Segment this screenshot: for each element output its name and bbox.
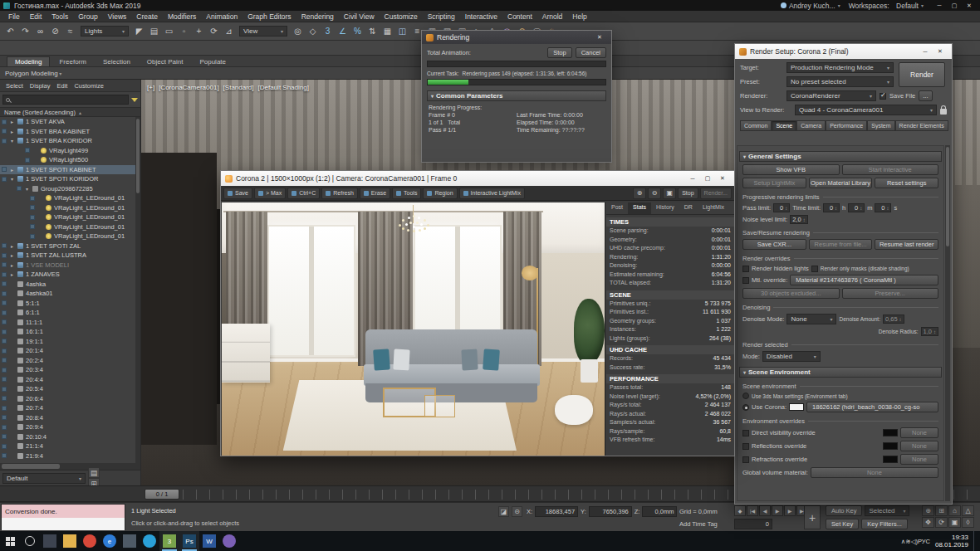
menu-item[interactable]: File xyxy=(3,12,25,21)
viewport-lock-icon[interactable] xyxy=(940,109,947,115)
pass-limit-spinner[interactable]: 0 xyxy=(773,203,790,212)
row-display-icon[interactable] xyxy=(2,310,7,315)
render-setup-tab[interactable]: Performance xyxy=(826,120,867,131)
current-frame-field[interactable]: 0 xyxy=(734,519,772,529)
menu-item[interactable]: Help xyxy=(567,12,591,21)
explorer-menu-item[interactable]: Customize xyxy=(71,82,105,90)
taskbar-clock[interactable]: 19:33 08.01.2019 xyxy=(935,534,968,549)
y-coordinate-field[interactable]: 7650,396 xyxy=(589,506,632,517)
render-button[interactable]: Render xyxy=(899,62,945,87)
row-display-icon[interactable] xyxy=(30,196,35,201)
explorer-item[interactable]: ▸ 1 SVET SPOTI KABINET xyxy=(0,165,135,175)
menu-item[interactable]: Graph Editors xyxy=(243,12,296,21)
save-button[interactable]: Save xyxy=(223,188,252,199)
start-interactive-button[interactable]: Start interactive xyxy=(842,164,939,175)
row-display-icon[interactable] xyxy=(2,406,7,411)
redo-icon[interactable]: ↷ xyxy=(18,24,32,38)
ribbon-tab[interactable]: Populate xyxy=(192,57,233,66)
menu-item[interactable]: Arnold xyxy=(537,12,568,21)
expand-arrow-icon[interactable]: ▸ xyxy=(9,271,15,277)
undo-icon[interactable]: ↶ xyxy=(3,24,17,38)
set-keys-button[interactable]: + xyxy=(804,505,821,529)
direct-visibility-checkbox[interactable] xyxy=(742,430,749,436)
explorer-item[interactable]: 20:6:4 xyxy=(0,394,135,404)
selection-set-dropdown[interactable]: Default xyxy=(2,473,86,484)
preserve-button[interactable]: Preserve... xyxy=(842,288,939,299)
selection-set-key-dropdown[interactable]: Selected xyxy=(865,505,909,516)
explorer-item[interactable]: 20:2:4 xyxy=(0,356,135,366)
ribbon-tab[interactable]: Freeform xyxy=(51,57,93,66)
row-display-icon[interactable] xyxy=(30,215,35,220)
volume-icon[interactable]: ◁) xyxy=(911,538,918,545)
close-button[interactable]: ✕ xyxy=(962,1,977,11)
play-icon[interactable]: ▶ xyxy=(772,505,783,516)
region-button[interactable]: Region xyxy=(423,188,457,199)
environment-color-swatch[interactable] xyxy=(789,403,804,411)
only-masks-checkbox[interactable] xyxy=(811,266,818,272)
row-display-icon[interactable] xyxy=(2,281,7,286)
previous-frame-icon[interactable]: ◀ xyxy=(759,505,771,516)
explorer-item[interactable]: ▸ 1 SVET AKVA xyxy=(0,117,135,127)
explorer-item[interactable]: ▾ 1 SVET SPOTI KORIDOR xyxy=(0,174,135,184)
maximize-button[interactable]: ▢ xyxy=(947,1,962,11)
explorer-item[interactable]: VRayLight499 xyxy=(0,146,135,156)
expand-arrow-icon[interactable]: ▸ xyxy=(9,262,15,268)
refractions-swatch[interactable] xyxy=(883,456,898,463)
row-display-icon[interactable] xyxy=(2,139,7,144)
excluded-objects-button[interactable]: 30 objects excluded... xyxy=(742,288,840,299)
explorer-vertical-scrollbar[interactable] xyxy=(135,117,140,463)
row-display-icon[interactable] xyxy=(2,167,7,172)
named-selection-sets-icon[interactable]: ▦ xyxy=(380,24,394,38)
maximize-button[interactable]: ▢ xyxy=(700,173,715,183)
explorer-item[interactable]: 20:5:4 xyxy=(0,384,135,394)
menu-item[interactable]: Create xyxy=(131,12,163,21)
row-display-icon[interactable] xyxy=(25,148,30,153)
row-display-icon[interactable] xyxy=(2,129,7,134)
zoom-extents-icon[interactable]: ⌂ xyxy=(948,505,961,516)
menu-item[interactable]: Tools xyxy=(47,12,73,21)
menu-item[interactable]: Civil View xyxy=(339,12,380,21)
word-icon[interactable]: W xyxy=(199,531,219,551)
explorer-item[interactable]: VRayLight_LEDround_01 xyxy=(0,232,135,241)
expand-arrow-icon[interactable]: ▸ xyxy=(9,119,15,124)
setup-lightmix-button[interactable]: Setup LightMix xyxy=(742,178,806,188)
language-indicator[interactable]: РУС xyxy=(918,538,930,545)
close-button[interactable]: ✕ xyxy=(933,46,948,56)
vfb-tab[interactable]: Stats xyxy=(628,202,651,214)
start-render-button[interactable]: Render... xyxy=(700,188,732,199)
menu-item[interactable]: Interactive xyxy=(460,12,502,21)
explorer-item[interactable]: ▸ 1 ZANAVES xyxy=(0,270,135,280)
hidden-lights-checkbox[interactable] xyxy=(742,266,749,272)
3dsmax-taskbar-icon[interactable]: 3 xyxy=(159,531,179,551)
show-vfb-button[interactable]: Show VFB xyxy=(742,164,840,175)
telegram-icon[interactable] xyxy=(140,531,159,551)
messenger-icon[interactable] xyxy=(219,531,239,551)
explorer-item[interactable]: 4ashka01 xyxy=(0,289,135,299)
row-display-icon[interactable] xyxy=(2,339,7,344)
select-and-rotate-icon[interactable]: ⟳ xyxy=(207,24,221,38)
mtl-override-button[interactable]: Material #2147463876 ( CoronaMtl ) xyxy=(790,275,938,285)
row-display-icon[interactable] xyxy=(2,396,7,401)
use-max-settings-radio[interactable] xyxy=(742,393,749,399)
explorer-display-toggle-icon[interactable]: ▤ xyxy=(88,467,100,478)
stop-render-button[interactable]: Stop xyxy=(678,188,698,199)
search-button[interactable] xyxy=(20,531,40,551)
polygon-modeling-panel[interactable]: Polygon Modeling xyxy=(5,70,61,77)
x-coordinate-field[interactable]: 18683,457 xyxy=(535,506,578,517)
resume-last-render-button[interactable]: Resume last render xyxy=(875,239,938,250)
render-setup-tab[interactable]: Render Elements xyxy=(895,120,948,131)
reflections-swatch[interactable] xyxy=(883,442,898,450)
minimize-button[interactable]: ─ xyxy=(685,173,700,183)
pan-icon[interactable]: ✥ xyxy=(922,517,934,528)
selection-region-icon[interactable]: ▭ xyxy=(162,24,176,38)
explorer-item[interactable]: 20:3:4 xyxy=(0,365,135,375)
time-hours-spinner[interactable]: 0 xyxy=(823,203,840,212)
mail-icon[interactable] xyxy=(120,531,140,551)
next-frame-icon[interactable]: ▶ xyxy=(784,505,796,516)
menu-item[interactable]: Rendering xyxy=(296,12,339,21)
field-of-view-icon[interactable]: △ xyxy=(962,505,974,516)
row-display-icon[interactable] xyxy=(2,377,7,382)
mtl-override-checkbox[interactable] xyxy=(742,277,749,284)
explorer-item[interactable]: 16:1:1 xyxy=(0,327,135,337)
unlink-selection-icon[interactable]: ⊘ xyxy=(48,24,62,38)
